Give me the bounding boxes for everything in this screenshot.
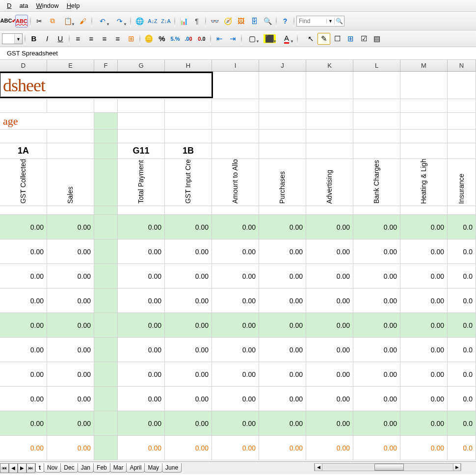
cell[interactable] — [118, 130, 165, 143]
decrease-indent-icon[interactable]: ⇤ — [213, 33, 226, 45]
data-cell[interactable]: 0.00 — [212, 215, 259, 239]
data-cell[interactable]: 0.00 — [400, 387, 448, 411]
data-cell[interactable]: 0.00 — [47, 436, 94, 460]
cell[interactable] — [448, 99, 476, 113]
data-cell[interactable]: 0.00 — [306, 436, 353, 460]
tab-first-icon[interactable]: ⏮ — [0, 463, 9, 473]
align-left-icon[interactable]: ≡ — [72, 33, 84, 45]
cut-icon[interactable]: ✂ — [33, 15, 46, 27]
data-cell[interactable]: 0.00 — [353, 215, 400, 239]
data-cell[interactable]: 0.0 — [448, 362, 476, 387]
vheader-H[interactable]: GST Input Credits — [165, 159, 212, 206]
cell[interactable] — [353, 99, 400, 113]
menu-help[interactable]: Help — [63, 1, 84, 10]
nonprinting-icon[interactable]: ¶ — [190, 15, 203, 27]
data-cell[interactable]: 0.0 — [448, 387, 476, 411]
data-cell[interactable]: 0.00 — [118, 313, 165, 338]
underline-button[interactable]: U — [54, 33, 67, 45]
data-cell[interactable]: 0.00 — [165, 436, 212, 460]
cell[interactable] — [47, 130, 94, 143]
data-cell[interactable] — [94, 338, 118, 362]
data-cell[interactable] — [94, 362, 118, 387]
data-cell[interactable]: 0.00 — [353, 338, 400, 362]
data-cell[interactable]: 0.00 — [165, 387, 212, 411]
data-cell[interactable]: 0.00 — [0, 313, 47, 338]
cell[interactable] — [212, 99, 259, 113]
vheader-K[interactable]: Advertising — [306, 159, 353, 206]
sheet-tab-April[interactable]: April — [126, 463, 145, 473]
data-cell[interactable] — [94, 387, 118, 411]
data-cell[interactable]: 0.00 — [259, 362, 306, 387]
cell[interactable] — [47, 99, 94, 113]
cell[interactable] — [118, 206, 165, 215]
header-N[interactable] — [448, 143, 476, 159]
cell[interactable] — [448, 206, 476, 215]
vheader-E[interactable]: Sales — [47, 159, 94, 206]
data-cell[interactable]: 0.0 — [448, 239, 476, 264]
borders-icon[interactable]: ▢▼ — [244, 33, 261, 45]
data-cell[interactable]: 0.00 — [400, 338, 448, 362]
remove-decimal-icon[interactable]: 0.0 — [195, 33, 208, 45]
cell[interactable] — [353, 130, 400, 143]
header-F[interactable] — [94, 143, 118, 159]
fontsize-combo[interactable]: ▼ — [2, 33, 23, 44]
data-cell[interactable]: 0.00 — [0, 362, 47, 387]
subtitle-cell[interactable]: age — [0, 113, 94, 130]
data-cell[interactable]: 0.00 — [259, 289, 306, 313]
checkbox-icon[interactable]: ☑ — [357, 33, 370, 45]
menu-window[interactable]: Window — [32, 1, 62, 10]
data-cell[interactable]: 0.00 — [353, 436, 400, 460]
standard-format-icon[interactable]: 5.% — [169, 33, 182, 45]
title-cell[interactable]: dsheet — [0, 72, 212, 99]
data-cell[interactable]: 0.00 — [212, 387, 259, 411]
copy-icon[interactable]: ⧉ — [46, 15, 59, 27]
cell[interactable] — [94, 130, 118, 143]
data-cell[interactable]: 0.00 — [400, 264, 448, 289]
sheet-tab-Feb[interactable]: Feb — [93, 463, 110, 473]
form-nav-icon[interactable]: ⊞ — [344, 33, 357, 45]
cell[interactable] — [259, 72, 306, 99]
data-cell[interactable]: 0.00 — [165, 313, 212, 338]
data-cell[interactable]: 0.00 — [353, 387, 400, 411]
more-controls-icon[interactable]: ▤ — [370, 33, 383, 45]
tab-next-icon[interactable]: ▶ — [18, 463, 26, 473]
data-cell[interactable]: 0.00 — [47, 362, 94, 387]
cell[interactable] — [259, 113, 306, 130]
data-cell[interactable]: 0.00 — [259, 239, 306, 264]
data-cell[interactable]: 0.00 — [400, 436, 448, 460]
add-decimal-icon[interactable]: .00 — [182, 33, 195, 45]
cell[interactable] — [400, 130, 448, 143]
data-cell[interactable]: 0.00 — [47, 411, 94, 436]
data-cell[interactable]: 0.00 — [118, 264, 165, 289]
data-cell[interactable]: 0.00 — [306, 411, 353, 436]
cell[interactable] — [259, 130, 306, 143]
data-cell[interactable]: 0.00 — [0, 411, 47, 436]
data-cell[interactable]: 0.00 — [353, 313, 400, 338]
cell[interactable] — [448, 130, 476, 143]
data-cell[interactable]: 0.00 — [353, 362, 400, 387]
col-header-D[interactable]: D — [0, 60, 47, 71]
cell[interactable] — [165, 99, 212, 113]
data-cell[interactable] — [94, 264, 118, 289]
data-cell[interactable]: 0.00 — [306, 264, 353, 289]
percent-icon[interactable]: % — [156, 33, 168, 45]
cell[interactable] — [306, 206, 353, 215]
data-cell[interactable]: 0.00 — [259, 215, 306, 239]
format-paintbrush-icon[interactable]: 🖌 — [77, 15, 89, 27]
data-cell[interactable]: 0.00 — [306, 239, 353, 264]
vheader-G[interactable]: Total Payment — [118, 159, 165, 206]
cell[interactable] — [212, 72, 259, 99]
cell[interactable] — [212, 130, 259, 143]
cell[interactable] — [306, 72, 353, 99]
data-cell[interactable] — [94, 313, 118, 338]
data-cell[interactable]: 0.00 — [212, 264, 259, 289]
italic-button[interactable]: I — [41, 33, 53, 45]
data-cell[interactable]: 0.00 — [0, 387, 47, 411]
vheader-L[interactable]: Bank Charges — [353, 159, 400, 206]
spellcheck-icon[interactable]: ABC✔ — [2, 15, 15, 27]
header-M[interactable] — [400, 143, 448, 159]
redo-icon[interactable]: ↷▼ — [111, 15, 128, 27]
data-cell[interactable]: 0.00 — [259, 411, 306, 436]
find-dropdown-icon[interactable]: ▼ — [326, 19, 334, 24]
col-header-H[interactable]: H — [165, 60, 212, 71]
